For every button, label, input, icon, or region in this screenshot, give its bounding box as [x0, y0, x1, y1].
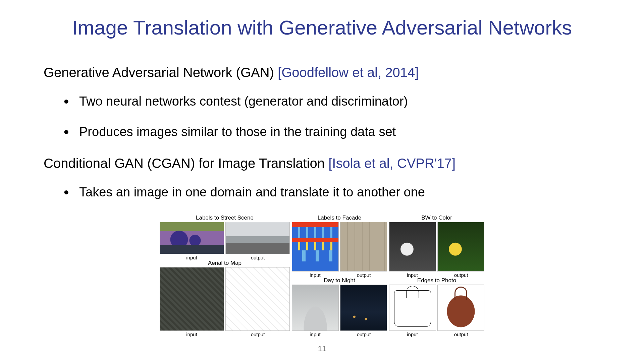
section-gan-text: Generative Adversarial Network (GAN) [44, 65, 278, 80]
thumb-day-input [292, 285, 339, 331]
figure-column-left: Labels to Street Scene input output Aeri… [159, 215, 290, 337]
section-cgan-heading: Conditional GAN (CGAN) for Image Transla… [44, 155, 600, 172]
section-gan-citation: [Goodfellow et al, 2014] [278, 65, 419, 80]
figure-label: BW to Color [421, 215, 452, 221]
thumb-aerial-input [160, 267, 224, 331]
bullet-item: Takes an image in one domain and transla… [64, 184, 600, 200]
page-number: 11 [0, 345, 644, 353]
thumb-edges-input [389, 285, 436, 331]
thumb-bw-input [389, 222, 436, 272]
caption-output: output [437, 331, 485, 337]
thumb-map-output [225, 267, 290, 331]
section-gan-heading: Generative Adversarial Network (GAN) [Go… [44, 64, 600, 81]
figure-label: Labels to Facade [318, 215, 361, 221]
figure-label: Edges to Photo [417, 277, 456, 284]
caption-input: input [291, 331, 339, 337]
figure-label: Labels to Street Scene [196, 215, 254, 221]
thumb-night-output [340, 285, 387, 331]
section-cgan-bullets: Takes an image in one domain and transla… [64, 184, 600, 200]
caption-input: input [159, 331, 224, 337]
thumb-color-output [437, 222, 484, 272]
slide-title: Image Translation with Generative Advers… [0, 16, 644, 39]
thumb-bag-output [437, 285, 484, 331]
section-cgan-text: Conditional GAN (CGAN) for Image Transla… [44, 156, 328, 171]
caption-output: output [340, 331, 387, 337]
bullet-item: Two neural networks contest (generator a… [64, 93, 600, 110]
section-gan-bullets: Two neural networks contest (generator a… [64, 93, 600, 140]
figure-image-translation-examples: Labels to Street Scene input output Aeri… [154, 215, 490, 337]
thumb-labels-street-output [225, 222, 290, 254]
section-cgan-citation: [Isola et al, CVPR'17] [328, 156, 455, 171]
thumb-facade-label-input [292, 222, 339, 272]
figure-label: Day to Night [324, 277, 355, 284]
slide-body: Generative Adversarial Network (GAN) [Go… [44, 64, 600, 215]
figure-column-right: BW to Color input output Edges to Photo … [389, 215, 485, 337]
caption-output: output [225, 331, 290, 337]
caption-input: input [389, 331, 436, 337]
thumb-facade-output [340, 222, 387, 272]
slide: Image Translation with Generative Advers… [0, 0, 644, 362]
thumb-labels-street-input [160, 222, 224, 254]
figure-label: Aerial to Map [208, 260, 241, 266]
bullet-item: Produces images similar to those in the … [64, 124, 600, 140]
figure-column-mid: Labels to Facade input output Day to Nig… [291, 215, 387, 337]
